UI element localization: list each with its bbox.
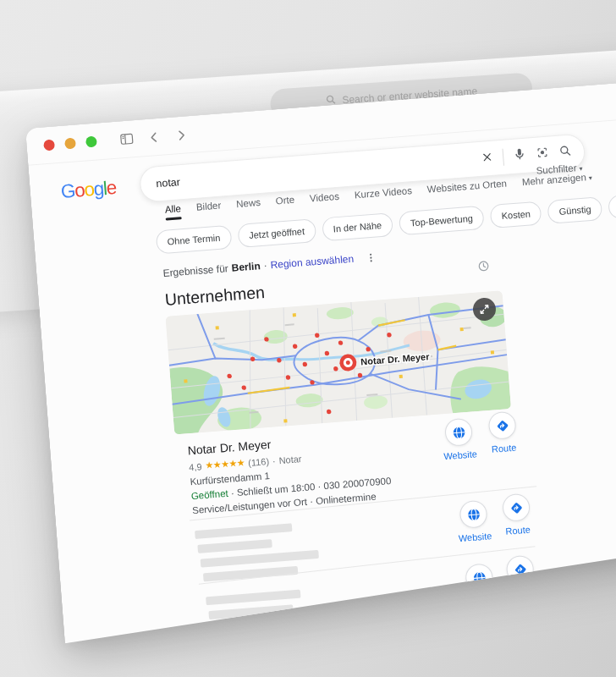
directions-icon (494, 418, 509, 433)
clear-icon[interactable] (481, 150, 494, 167)
route-button[interactable]: Route (474, 410, 531, 455)
skeleton-text-bar (206, 590, 300, 606)
tab-videos[interactable]: Videos (310, 191, 340, 204)
chip-kosten[interactable]: Kosten (490, 201, 542, 229)
chip-beglaubigung[interactable]: Beglaubigung (608, 190, 616, 219)
tab-bilder[interactable]: Bilder (195, 201, 221, 212)
tab-news[interactable]: News (236, 197, 261, 209)
google-logo[interactable]: Google (60, 177, 117, 203)
skeleton-text-bar (201, 550, 319, 568)
forward-icon[interactable] (173, 127, 189, 143)
results-meta: Ergebnisse für Berlin · Region auswählen (162, 251, 377, 279)
results-map[interactable]: Notar Dr. Meyer (166, 290, 512, 434)
star-rating-icons: ★★★★★ (205, 457, 245, 471)
rating-value: 4,9 (189, 461, 202, 472)
section-title: Unternehmen (164, 283, 266, 310)
microphone-icon[interactable] (512, 147, 526, 165)
skeleton-text-bar (197, 539, 272, 553)
globe-icon (451, 425, 466, 440)
sidebar-icon[interactable] (118, 130, 135, 147)
globe-icon (471, 570, 487, 585)
lens-icon[interactable] (535, 146, 549, 163)
tab-alle[interactable]: Alle (164, 203, 181, 214)
business-phone: 030 200070900 (323, 476, 392, 491)
tab-kurze-videos[interactable]: Kurze Videos (354, 185, 412, 200)
region-select-link[interactable]: Region auswählen (270, 253, 355, 272)
route-button[interactable]: Route (492, 553, 550, 599)
expand-icon (478, 304, 490, 316)
close-window-button[interactable] (43, 139, 55, 151)
search-icon[interactable] (558, 144, 572, 162)
more-options-icon[interactable] (366, 251, 377, 263)
chevron-down-icon: ▾ (588, 174, 592, 182)
chip-top-bewertung[interactable]: Top-Bewertung (399, 206, 485, 236)
skeleton-text-bar (195, 523, 292, 539)
chip-guenstig[interactable]: Günstig (547, 196, 603, 224)
directions-icon (509, 500, 524, 515)
divider (502, 149, 504, 166)
business-category: Notar (278, 454, 302, 465)
tab-mehr-anzeigen[interactable]: Mehr anzeigen▾ (521, 172, 592, 187)
route-button[interactable]: Route (488, 492, 546, 537)
chip-ohne-termin[interactable]: Ohne Termin (156, 225, 233, 255)
back-icon[interactable] (146, 129, 162, 145)
directions-icon (513, 562, 528, 577)
business-listing[interactable]: Notar Dr. Meyer 4,9 ★★★★★ (116) · Notar … (187, 424, 446, 520)
open-status: Geöffnet (190, 488, 228, 501)
clock-icon[interactable] (477, 259, 491, 276)
review-count[interactable]: (116) (248, 456, 270, 468)
map-graphic: Notar Dr. Meyer (166, 290, 512, 434)
results-location: Berlin (231, 260, 261, 274)
globe-icon (465, 507, 481, 522)
minimize-window-button[interactable] (64, 138, 76, 150)
chip-jetzt-geoeffnet[interactable]: Jetzt geöffnet (237, 218, 316, 248)
skeleton-text-bar (208, 604, 293, 619)
main-browser-window: Google notar (25, 77, 616, 669)
main-browser-window-wrap: Google notar (0, 0, 616, 677)
tab-orte[interactable]: Orte (275, 195, 294, 206)
zoom-window-button[interactable] (85, 136, 97, 148)
chip-in-der-naehe[interactable]: In der Nähe (322, 212, 393, 241)
chevron-down-icon: ▾ (579, 165, 583, 173)
tab-websites-zu-orten[interactable]: Websites zu Orten (426, 179, 507, 195)
